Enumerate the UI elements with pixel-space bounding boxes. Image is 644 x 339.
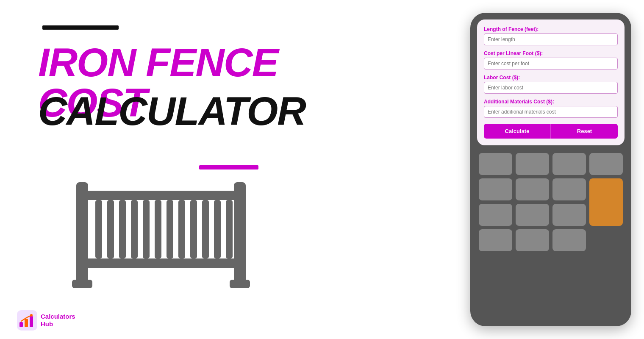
cost-per-foot-input[interactable] xyxy=(484,58,618,69)
key-5[interactable] xyxy=(479,178,512,200)
svg-rect-1 xyxy=(76,258,246,268)
reset-button[interactable]: Reset xyxy=(550,124,618,139)
key-13[interactable] xyxy=(552,229,586,251)
top-decorative-bar xyxy=(42,25,119,30)
svg-rect-12 xyxy=(190,200,197,258)
key-12[interactable] xyxy=(516,229,549,251)
calculator-device: Length of Fence (feet): Cost per Linear … xyxy=(470,13,631,326)
labor-cost-label: Labor Cost ($): xyxy=(484,75,618,81)
logo-text: Calculators Hub xyxy=(41,313,75,328)
length-label: Length of Fence (feet): xyxy=(484,26,618,32)
svg-rect-5 xyxy=(107,200,114,258)
calculator-screen: Length of Fence (feet): Cost per Linear … xyxy=(477,19,625,145)
svg-rect-21 xyxy=(30,316,33,327)
logo-container: Calculators Hub xyxy=(17,310,75,331)
svg-rect-9 xyxy=(155,200,161,258)
left-section: IRON FENCE COST CALCULATOR xyxy=(17,0,381,339)
cost-per-foot-field-group: Cost per Linear Foot ($): xyxy=(484,50,618,69)
key-7[interactable] xyxy=(552,178,586,200)
key-1[interactable] xyxy=(479,153,512,175)
fence-illustration xyxy=(72,178,250,297)
svg-rect-0 xyxy=(76,191,246,200)
svg-rect-3 xyxy=(234,182,246,284)
svg-rect-20 xyxy=(25,319,28,327)
key-8[interactable] xyxy=(479,204,512,226)
svg-rect-2 xyxy=(76,182,88,284)
length-input[interactable] xyxy=(484,33,618,45)
calculate-button[interactable]: Calculate xyxy=(484,124,550,139)
key-10[interactable] xyxy=(552,204,586,226)
svg-rect-7 xyxy=(131,200,138,258)
svg-rect-15 xyxy=(226,200,233,258)
key-4[interactable] xyxy=(589,153,623,175)
purple-decorative-bar xyxy=(199,165,258,170)
svg-rect-10 xyxy=(167,200,173,258)
additional-materials-field-group: Additional Materials Cost ($): xyxy=(484,99,618,118)
key-orange[interactable] xyxy=(589,178,623,226)
svg-rect-11 xyxy=(178,200,185,258)
action-button-row: Calculate Reset xyxy=(484,124,618,139)
cost-per-foot-label: Cost per Linear Foot ($): xyxy=(484,50,618,56)
svg-rect-14 xyxy=(214,200,221,258)
keypad xyxy=(477,151,625,253)
key-6[interactable] xyxy=(516,178,549,200)
svg-point-22 xyxy=(30,314,33,317)
key-2[interactable] xyxy=(516,153,549,175)
svg-rect-8 xyxy=(143,200,150,258)
additional-materials-label: Additional Materials Cost ($): xyxy=(484,99,618,105)
length-field-group: Length of Fence (feet): xyxy=(484,26,618,45)
logo-icon xyxy=(17,310,37,331)
key-9[interactable] xyxy=(516,204,549,226)
svg-rect-13 xyxy=(202,200,209,258)
additional-materials-input[interactable] xyxy=(484,106,618,118)
svg-rect-19 xyxy=(19,322,23,327)
svg-rect-6 xyxy=(119,200,126,258)
key-11[interactable] xyxy=(479,229,512,251)
svg-rect-16 xyxy=(72,280,92,288)
svg-rect-17 xyxy=(230,280,250,288)
svg-rect-4 xyxy=(95,200,102,258)
labor-cost-field-group: Labor Cost ($): xyxy=(484,75,618,94)
key-3[interactable] xyxy=(552,153,586,175)
title-line2: CALCULATOR xyxy=(38,91,305,131)
labor-cost-input[interactable] xyxy=(484,82,618,94)
